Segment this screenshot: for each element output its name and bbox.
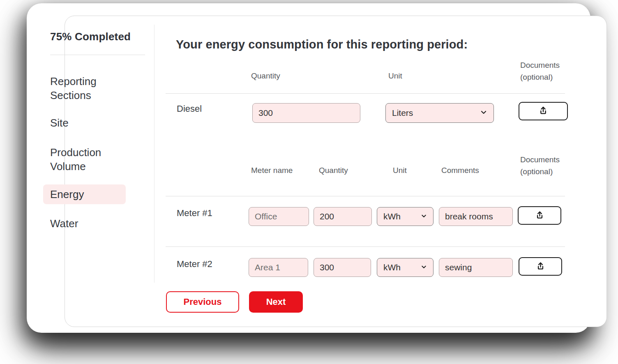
fuel-table-divider [166,93,565,94]
fuel-quantity-header: Quantity [251,71,280,81]
sidebar-item-water[interactable]: Water [50,217,126,230]
sidebar-divider [154,25,154,283]
diesel-unit-select[interactable]: Liters [385,103,494,123]
meter2-comments-input[interactable] [439,258,513,277]
meter1-upload-button[interactable] [518,206,561,225]
sidebar-item-energy-label: Energy [50,188,84,201]
upload-icon [535,210,545,221]
sidebar-item-energy[interactable]: Energy [43,184,126,204]
upload-icon [538,105,549,117]
meter2-unit-value: kWh [383,263,401,272]
meter2-name-input[interactable] [249,258,308,277]
next-button[interactable]: Next [249,291,303,313]
upload-icon [535,261,546,272]
sidebar-item-reporting-sections[interactable]: Reporting Sections [50,74,126,102]
meter2-row-label: Meter #2 [177,259,212,270]
meter2-upload-button[interactable] [519,257,562,276]
page-title: Your energy consumption for this reporti… [176,38,562,51]
meter-quantity-header: Quantity [319,166,348,175]
chevron-down-icon [480,108,488,118]
meter-table-divider-2 [166,247,565,247]
meter1-unit-value: kWh [383,212,401,221]
meter1-quantity-input[interactable] [314,207,372,226]
diesel-quantity-input[interactable] [252,103,360,123]
fuel-documents-header-line1: Documents [520,59,560,71]
chevron-down-icon [420,263,427,272]
meter2-unit-select[interactable]: kWh [377,258,434,277]
meter-comments-header: Comments [441,166,479,175]
meter1-row-label: Meter #1 [177,208,212,219]
fuel-row-label: Diesel [177,104,202,114]
fuel-documents-header-line2: (optional) [520,71,560,83]
meter-documents-header-line2: (optional) [520,166,560,177]
meter-table-divider-1 [166,196,565,196]
meter2-quantity-input[interactable] [314,258,371,277]
sidebar-item-production-volume[interactable]: Production Volume [50,145,126,173]
diesel-upload-button[interactable] [519,102,568,120]
meter-name-header: Meter name [251,166,293,175]
meter-unit-header: Unit [393,166,407,175]
meter1-name-input[interactable] [249,207,309,226]
sidebar-item-site[interactable]: Site [50,116,126,130]
meter-documents-header-line1: Documents [520,154,560,166]
previous-button[interactable]: Previous [166,291,239,313]
fuel-unit-header: Unit [388,71,402,81]
diesel-unit-value: Liters [392,108,413,118]
progress-divider [50,55,145,55]
meter1-comments-input[interactable] [439,207,513,226]
chevron-down-icon [420,212,427,221]
fuel-documents-header: Documents (optional) [520,59,560,83]
meter-documents-header: Documents (optional) [520,154,560,177]
page: 75% Completed Reporting Sections Site Pr… [0,0,618,364]
progress-label: 75% Completed [50,30,149,43]
meter1-unit-select[interactable]: kWh [377,207,434,226]
